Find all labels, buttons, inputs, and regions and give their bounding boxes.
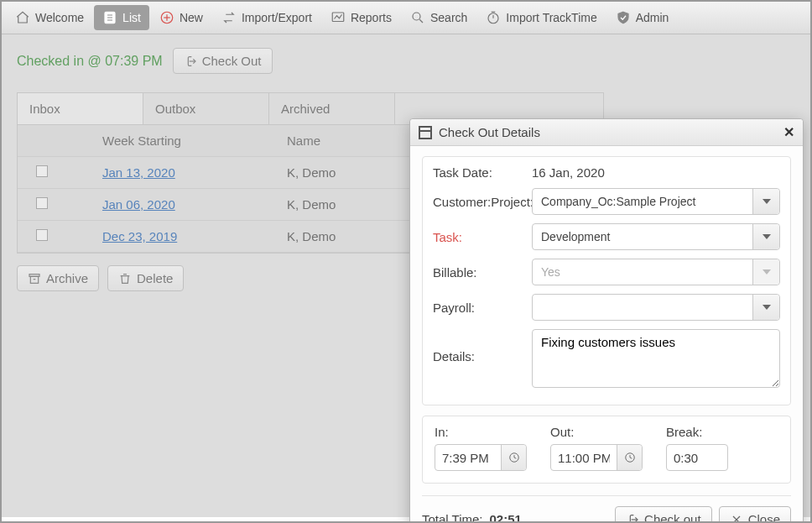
- label-task: Task:: [433, 230, 532, 244]
- nav-admin[interactable]: Admin: [607, 5, 678, 30]
- label-customer-project: Customer:Project:: [433, 195, 532, 209]
- select-billable-value: Yes: [533, 265, 752, 279]
- nav-welcome[interactable]: Welcome: [7, 5, 92, 30]
- svg-line-18: [514, 458, 516, 458]
- select-customer-project-value: Company_Oc:Sample Project: [533, 195, 752, 208]
- input-in[interactable]: [435, 444, 527, 471]
- nav-admin-label: Admin: [636, 11, 669, 24]
- label-billable: Billable:: [433, 265, 532, 280]
- clock-icon[interactable]: [617, 445, 642, 470]
- home-icon: [15, 10, 30, 25]
- svg-line-21: [630, 458, 632, 458]
- label-payroll: Payroll:: [433, 301, 532, 315]
- dialog-close-icon[interactable]: ✕: [783, 124, 794, 140]
- label-break: Break:: [666, 425, 728, 439]
- select-customer-project[interactable]: Company_Oc:Sample Project: [532, 188, 780, 215]
- chevron-down-icon: [752, 259, 779, 285]
- input-break-field[interactable]: [667, 451, 727, 465]
- label-in: In:: [435, 425, 527, 439]
- plus-circle-icon: [159, 10, 174, 25]
- select-task-value: Development: [533, 230, 752, 243]
- logout-icon: [626, 513, 639, 524]
- dialog-checkout-label: Check out: [644, 512, 701, 523]
- input-in-field[interactable]: [435, 451, 501, 465]
- nav-import-export[interactable]: Import/Export: [213, 5, 320, 30]
- dialog-checkout-button[interactable]: Check out: [615, 506, 712, 523]
- svg-line-9: [419, 19, 423, 23]
- nav-import-export-label: Import/Export: [242, 11, 312, 24]
- stopwatch-icon: [486, 10, 501, 25]
- window-icon: [419, 126, 432, 139]
- select-payroll[interactable]: [532, 294, 780, 321]
- shield-icon: [616, 10, 631, 25]
- nav-new[interactable]: New: [151, 5, 211, 30]
- nav-new-label: New: [180, 11, 203, 24]
- checkout-dialog: Check Out Details ✕ Task Date: 16 Jan, 2…: [409, 118, 804, 523]
- nav-list-label: List: [122, 11, 141, 24]
- label-total-time: Total Time:: [422, 512, 483, 523]
- label-task-date: Task Date:: [433, 165, 532, 180]
- select-billable: Yes: [532, 259, 780, 285]
- clock-icon[interactable]: [501, 445, 526, 470]
- nav-reports[interactable]: Reports: [322, 5, 400, 30]
- nav-search[interactable]: Search: [402, 5, 476, 30]
- input-out-field[interactable]: [551, 451, 617, 465]
- nav-search-label: Search: [430, 11, 467, 24]
- svg-point-8: [413, 13, 420, 20]
- dialog-footer: Total Time: 02:51 Check out Close: [422, 495, 791, 523]
- time-panel: In: Out: Break:: [422, 416, 791, 484]
- chart-icon: [331, 10, 346, 25]
- close-icon: [730, 513, 743, 524]
- value-task-date: 16 Jan, 2020: [532, 165, 780, 180]
- main-toolbar: Welcome List New Import/Export Reports S…: [2, 2, 810, 34]
- swap-icon: [221, 10, 237, 25]
- page-body: Checked in @ 07:39 PM Check Out Inbox Ou…: [2, 34, 810, 517]
- list-icon: [102, 10, 117, 25]
- label-details: Details:: [433, 329, 532, 363]
- input-break[interactable]: [666, 444, 728, 471]
- value-total-time: 02:51: [490, 512, 522, 523]
- dialog-titlebar: Check Out Details ✕: [410, 119, 803, 146]
- textarea-details[interactable]: [532, 329, 780, 388]
- nav-list[interactable]: List: [94, 5, 149, 30]
- nav-import-tracktime[interactable]: Import TrackTime: [477, 5, 605, 30]
- chevron-down-icon: [752, 224, 779, 249]
- nav-reports-label: Reports: [351, 11, 392, 24]
- select-task[interactable]: Development: [532, 223, 780, 250]
- nav-import-tracktime-label: Import TrackTime: [506, 11, 596, 24]
- dialog-title-text: Check Out Details: [439, 125, 540, 139]
- search-icon: [410, 10, 425, 25]
- dialog-close-label: Close: [748, 512, 780, 523]
- chevron-down-icon: [752, 295, 779, 320]
- input-out[interactable]: [550, 444, 643, 471]
- nav-welcome-label: Welcome: [35, 11, 84, 24]
- dialog-form-panel: Task Date: 16 Jan, 2020 Customer:Project…: [422, 156, 791, 405]
- dialog-close-button[interactable]: Close: [719, 506, 791, 523]
- label-out: Out:: [550, 425, 643, 439]
- chevron-down-icon: [752, 189, 779, 214]
